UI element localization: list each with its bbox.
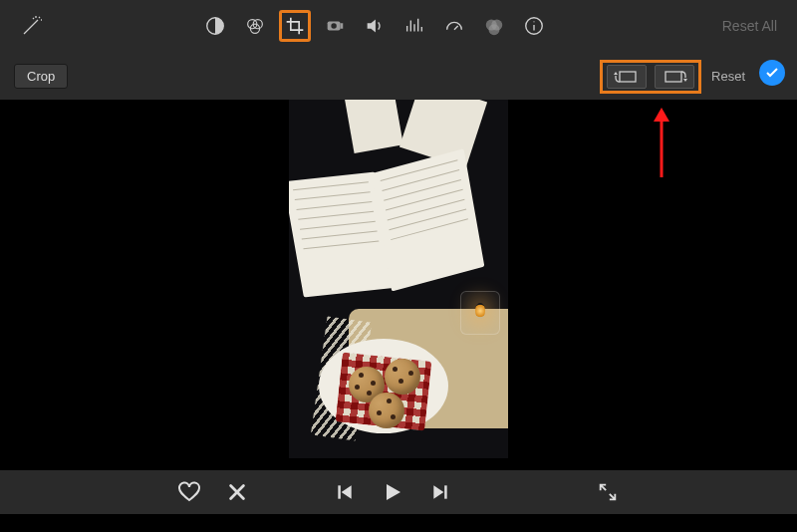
svg-point-9 xyxy=(489,24,500,35)
noise-reduction-button[interactable] xyxy=(398,10,430,42)
apply-button[interactable] xyxy=(759,60,785,86)
info-button[interactable] xyxy=(518,10,550,42)
volume-button[interactable] xyxy=(359,10,391,42)
reset-all-button[interactable]: Reset All xyxy=(722,0,777,52)
svg-rect-12 xyxy=(665,72,681,82)
next-button[interactable] xyxy=(426,478,454,506)
svg-rect-14 xyxy=(444,485,447,498)
color-balance-button[interactable] xyxy=(199,10,231,42)
transport-group xyxy=(331,478,454,506)
rating-group xyxy=(175,478,251,506)
play-button[interactable] xyxy=(379,478,406,506)
svg-rect-5 xyxy=(341,23,344,29)
tool-cluster xyxy=(199,0,550,52)
rotate-buttons-group xyxy=(600,60,701,94)
rotate-ccw-button[interactable] xyxy=(607,65,647,89)
preview-image xyxy=(289,100,508,458)
color-filter-button[interactable] xyxy=(478,10,510,42)
svg-rect-11 xyxy=(620,72,636,82)
magic-wand-button[interactable] xyxy=(12,6,52,46)
rotate-cw-button[interactable] xyxy=(655,65,694,89)
prev-button[interactable] xyxy=(331,478,359,506)
favorite-button[interactable] xyxy=(175,478,203,506)
crop-mode-button[interactable]: Crop xyxy=(14,64,68,89)
stabilization-button[interactable] xyxy=(319,10,351,42)
crop-tool-button[interactable] xyxy=(279,10,311,42)
svg-point-6 xyxy=(331,23,337,29)
svg-rect-13 xyxy=(338,485,341,498)
crop-options-bar: Crop Reset xyxy=(0,52,797,100)
preview-viewer xyxy=(0,100,797,458)
bottom-strip xyxy=(0,514,797,532)
fullscreen-button[interactable] xyxy=(594,478,622,506)
color-correction-button[interactable] xyxy=(239,10,271,42)
reject-button[interactable] xyxy=(223,478,251,506)
top-toolbar: Reset All xyxy=(0,0,797,52)
playback-bar xyxy=(0,470,797,514)
speed-button[interactable] xyxy=(438,10,470,42)
reset-button[interactable]: Reset xyxy=(711,52,745,100)
